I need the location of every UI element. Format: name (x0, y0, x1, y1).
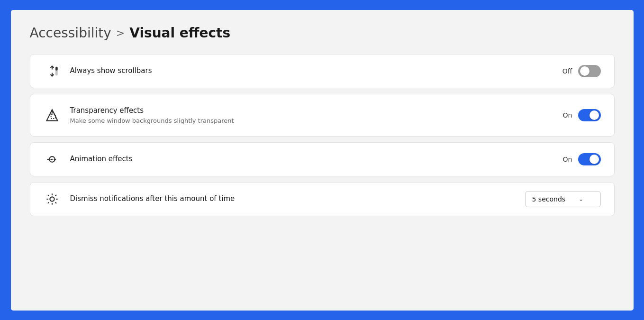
breadcrumb: Accessibility > Visual effects (30, 25, 615, 41)
scrollbars-thumb (580, 66, 590, 76)
svg-line-17 (47, 202, 48, 203)
animation-icon (44, 151, 61, 168)
scrollbar-icon (44, 63, 61, 80)
svg-line-15 (47, 194, 48, 195)
transparency-content: Transparency effects Make some window ba… (70, 106, 553, 124)
breadcrumb-current: Visual effects (129, 25, 230, 41)
animation-row: Animation effects On (30, 142, 615, 176)
chevron-down-icon: ⌄ (579, 196, 583, 202)
notifications-control: 5 seconds ⌄ (525, 191, 601, 207)
scrollbars-row: Always show scrollbars Off (30, 54, 615, 88)
transparency-icon (44, 107, 61, 124)
scrollbars-content: Always show scrollbars (70, 66, 553, 76)
settings-window: Accessibility > Visual effects Always sh… (9, 9, 635, 312)
animation-toggle-label: On (563, 155, 572, 163)
transparency-row: Transparency effects Make some window ba… (30, 94, 615, 137)
scrollbars-toggle[interactable] (578, 65, 601, 77)
notifications-dropdown-value: 5 seconds (532, 195, 566, 203)
transparency-description: Make some window backgrounds slightly tr… (70, 117, 553, 124)
animation-title: Animation effects (70, 154, 553, 164)
scrollbars-title: Always show scrollbars (70, 66, 553, 76)
scrollbars-control: Off (562, 65, 601, 77)
transparency-title: Transparency effects (70, 106, 553, 116)
settings-list: Always show scrollbars Off (30, 54, 615, 216)
transparency-toggle[interactable] (578, 109, 601, 121)
animation-content: Animation effects (70, 154, 553, 164)
transparency-control: On (563, 109, 601, 121)
notifications-dropdown[interactable]: 5 seconds ⌄ (525, 191, 601, 207)
scrollbars-toggle-label: Off (562, 67, 572, 75)
breadcrumb-accessibility[interactable]: Accessibility (30, 25, 111, 41)
animation-toggle[interactable] (578, 153, 601, 165)
notifications-row: Dismiss notifications after this amount … (30, 182, 615, 216)
transparency-thumb (590, 110, 599, 120)
notification-icon (44, 191, 61, 208)
svg-line-16 (55, 202, 56, 203)
transparency-toggle-label: On (563, 111, 572, 119)
svg-line-18 (55, 194, 56, 195)
notifications-content: Dismiss notifications after this amount … (70, 194, 516, 204)
notifications-title: Dismiss notifications after this amount … (70, 194, 516, 204)
animation-thumb (590, 155, 599, 164)
animation-control: On (563, 153, 601, 165)
breadcrumb-separator: > (116, 27, 125, 39)
svg-rect-3 (55, 66, 58, 70)
svg-point-10 (50, 197, 54, 201)
